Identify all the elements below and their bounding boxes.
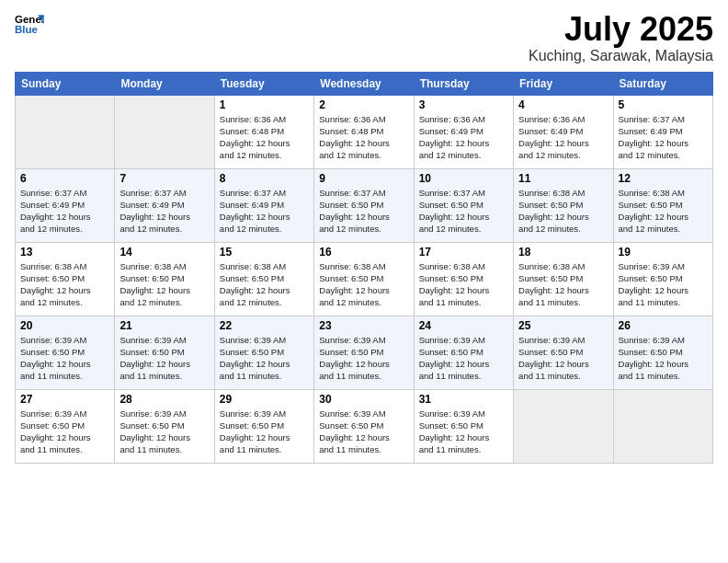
- calendar-cell: 18Sunrise: 6:38 AM Sunset: 6:50 PM Dayli…: [514, 242, 613, 316]
- calendar-cell: 17Sunrise: 6:38 AM Sunset: 6:50 PM Dayli…: [414, 242, 513, 316]
- calendar-cell: 22Sunrise: 6:39 AM Sunset: 6:50 PM Dayli…: [214, 316, 313, 389]
- day-info: Sunrise: 6:37 AM Sunset: 6:50 PM Dayligh…: [419, 187, 508, 236]
- calendar-cell: [16, 95, 115, 168]
- month-year-title: July 2025: [529, 11, 713, 48]
- day-info: Sunrise: 6:39 AM Sunset: 6:50 PM Dayligh…: [319, 334, 408, 383]
- day-info: Sunrise: 6:39 AM Sunset: 6:50 PM Dayligh…: [20, 334, 109, 383]
- calendar-cell: 13Sunrise: 6:38 AM Sunset: 6:50 PM Dayli…: [16, 242, 115, 316]
- calendar-cell: 21Sunrise: 6:39 AM Sunset: 6:50 PM Dayli…: [115, 316, 214, 389]
- calendar-cell: 12Sunrise: 6:38 AM Sunset: 6:50 PM Dayli…: [613, 168, 712, 242]
- calendar-cell: 1Sunrise: 6:36 AM Sunset: 6:48 PM Daylig…: [214, 95, 313, 168]
- day-info: Sunrise: 6:36 AM Sunset: 6:49 PM Dayligh…: [518, 113, 608, 162]
- calendar-table: Sunday Monday Tuesday Wednesday Thursday…: [15, 72, 713, 464]
- header: General Blue July 2025 Kuching, Sarawak,…: [15, 11, 713, 64]
- day-info: Sunrise: 6:38 AM Sunset: 6:50 PM Dayligh…: [518, 260, 608, 309]
- day-info: Sunrise: 6:37 AM Sunset: 6:49 PM Dayligh…: [20, 187, 109, 236]
- day-info: Sunrise: 6:38 AM Sunset: 6:50 PM Dayligh…: [619, 187, 708, 236]
- day-info: Sunrise: 6:39 AM Sunset: 6:50 PM Dayligh…: [619, 334, 708, 383]
- week-row-1: 6Sunrise: 6:37 AM Sunset: 6:49 PM Daylig…: [16, 168, 713, 242]
- day-info: Sunrise: 6:38 AM Sunset: 6:50 PM Dayligh…: [119, 260, 209, 309]
- col-saturday: Saturday: [613, 72, 712, 95]
- day-number: 20: [20, 319, 109, 332]
- day-number: 18: [518, 246, 608, 259]
- day-info: Sunrise: 6:37 AM Sunset: 6:49 PM Dayligh…: [220, 187, 309, 236]
- calendar-cell: 30Sunrise: 6:39 AM Sunset: 6:50 PM Dayli…: [314, 389, 414, 463]
- calendar-cell: 14Sunrise: 6:38 AM Sunset: 6:50 PM Dayli…: [115, 242, 214, 316]
- calendar-cell: 7Sunrise: 6:37 AM Sunset: 6:49 PM Daylig…: [115, 168, 214, 242]
- day-number: 10: [419, 172, 508, 185]
- week-row-0: 1Sunrise: 6:36 AM Sunset: 6:48 PM Daylig…: [16, 95, 713, 168]
- day-number: 28: [119, 393, 209, 406]
- day-number: 8: [220, 172, 309, 185]
- calendar-cell: 3Sunrise: 6:36 AM Sunset: 6:49 PM Daylig…: [414, 95, 513, 168]
- day-number: 9: [319, 172, 408, 185]
- calendar-cell: 24Sunrise: 6:39 AM Sunset: 6:50 PM Dayli…: [414, 316, 513, 389]
- col-sunday: Sunday: [16, 72, 115, 95]
- calendar-cell: 19Sunrise: 6:39 AM Sunset: 6:50 PM Dayli…: [613, 242, 712, 316]
- day-number: 21: [119, 319, 209, 332]
- day-number: 31: [419, 393, 508, 406]
- day-number: 27: [20, 393, 109, 406]
- location-subtitle: Kuching, Sarawak, Malaysia: [529, 48, 713, 64]
- day-info: Sunrise: 6:39 AM Sunset: 6:50 PM Dayligh…: [419, 334, 508, 383]
- col-monday: Monday: [115, 72, 214, 95]
- day-number: 11: [518, 172, 608, 185]
- day-number: 30: [319, 393, 408, 406]
- calendar-cell: 31Sunrise: 6:39 AM Sunset: 6:50 PM Dayli…: [414, 389, 513, 463]
- day-number: 14: [119, 246, 209, 259]
- day-number: 7: [119, 172, 209, 185]
- calendar-cell: 16Sunrise: 6:38 AM Sunset: 6:50 PM Dayli…: [314, 242, 414, 316]
- week-row-4: 27Sunrise: 6:39 AM Sunset: 6:50 PM Dayli…: [16, 389, 713, 463]
- day-number: 29: [220, 393, 309, 406]
- day-info: Sunrise: 6:37 AM Sunset: 6:49 PM Dayligh…: [619, 113, 708, 162]
- day-number: 26: [619, 319, 708, 332]
- calendar-cell: 25Sunrise: 6:39 AM Sunset: 6:50 PM Dayli…: [514, 316, 613, 389]
- calendar-cell: 26Sunrise: 6:39 AM Sunset: 6:50 PM Dayli…: [613, 316, 712, 389]
- day-info: Sunrise: 6:39 AM Sunset: 6:50 PM Dayligh…: [518, 334, 608, 383]
- calendar-cell: 5Sunrise: 6:37 AM Sunset: 6:49 PM Daylig…: [613, 95, 712, 168]
- day-info: Sunrise: 6:38 AM Sunset: 6:50 PM Dayligh…: [518, 187, 608, 236]
- calendar-cell: [613, 389, 712, 463]
- day-info: Sunrise: 6:36 AM Sunset: 6:49 PM Dayligh…: [419, 113, 508, 162]
- col-friday: Friday: [514, 72, 613, 95]
- day-number: 25: [518, 319, 608, 332]
- day-number: 6: [20, 172, 109, 185]
- day-info: Sunrise: 6:36 AM Sunset: 6:48 PM Dayligh…: [319, 113, 408, 162]
- calendar-cell: [514, 389, 613, 463]
- day-info: Sunrise: 6:37 AM Sunset: 6:49 PM Dayligh…: [119, 187, 209, 236]
- day-number: 22: [220, 319, 309, 332]
- day-info: Sunrise: 6:37 AM Sunset: 6:50 PM Dayligh…: [319, 187, 408, 236]
- calendar-cell: 11Sunrise: 6:38 AM Sunset: 6:50 PM Dayli…: [514, 168, 613, 242]
- day-number: 16: [319, 246, 408, 259]
- day-info: Sunrise: 6:38 AM Sunset: 6:50 PM Dayligh…: [319, 260, 408, 309]
- day-number: 4: [518, 98, 608, 111]
- day-number: 1: [220, 98, 309, 111]
- calendar-cell: 29Sunrise: 6:39 AM Sunset: 6:50 PM Dayli…: [214, 389, 313, 463]
- week-row-2: 13Sunrise: 6:38 AM Sunset: 6:50 PM Dayli…: [16, 242, 713, 316]
- day-info: Sunrise: 6:38 AM Sunset: 6:50 PM Dayligh…: [20, 260, 109, 309]
- day-number: 12: [619, 172, 708, 185]
- col-wednesday: Wednesday: [314, 72, 414, 95]
- svg-text:Blue: Blue: [15, 24, 39, 35]
- calendar-cell: 2Sunrise: 6:36 AM Sunset: 6:48 PM Daylig…: [314, 95, 414, 168]
- day-number: 24: [419, 319, 508, 332]
- calendar-cell: 10Sunrise: 6:37 AM Sunset: 6:50 PM Dayli…: [414, 168, 513, 242]
- page: General Blue July 2025 Kuching, Sarawak,…: [0, 0, 728, 563]
- day-info: Sunrise: 6:39 AM Sunset: 6:50 PM Dayligh…: [419, 408, 508, 456]
- logo: General Blue: [15, 11, 44, 37]
- calendar-cell: 20Sunrise: 6:39 AM Sunset: 6:50 PM Dayli…: [16, 316, 115, 389]
- day-info: Sunrise: 6:38 AM Sunset: 6:50 PM Dayligh…: [220, 260, 309, 309]
- week-row-3: 20Sunrise: 6:39 AM Sunset: 6:50 PM Dayli…: [16, 316, 713, 389]
- col-thursday: Thursday: [414, 72, 513, 95]
- day-number: 15: [220, 246, 309, 259]
- day-info: Sunrise: 6:39 AM Sunset: 6:50 PM Dayligh…: [220, 408, 309, 456]
- day-info: Sunrise: 6:38 AM Sunset: 6:50 PM Dayligh…: [419, 260, 508, 309]
- day-info: Sunrise: 6:39 AM Sunset: 6:50 PM Dayligh…: [119, 408, 209, 456]
- day-info: Sunrise: 6:36 AM Sunset: 6:48 PM Dayligh…: [220, 113, 309, 162]
- calendar-cell: 23Sunrise: 6:39 AM Sunset: 6:50 PM Dayli…: [314, 316, 414, 389]
- day-info: Sunrise: 6:39 AM Sunset: 6:50 PM Dayligh…: [20, 408, 109, 456]
- day-number: 5: [619, 98, 708, 111]
- day-number: 19: [619, 246, 708, 259]
- calendar-cell: 4Sunrise: 6:36 AM Sunset: 6:49 PM Daylig…: [514, 95, 613, 168]
- calendar-cell: 9Sunrise: 6:37 AM Sunset: 6:50 PM Daylig…: [314, 168, 414, 242]
